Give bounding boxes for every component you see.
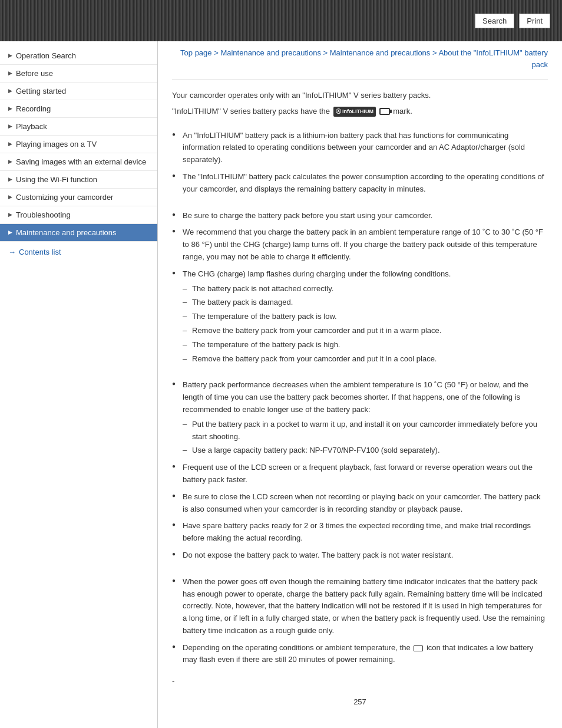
arrow-icon: ▶ [8, 229, 12, 235]
bullet-list-section2: Be sure to charge the battery pack befor… [172, 210, 548, 365]
list-item: Depending on the operating conditions or… [172, 642, 548, 667]
arrow-icon: ▶ [8, 106, 12, 111]
list-item: The temperature of the battery pack is l… [183, 311, 548, 323]
list-item: Have spare battery packs ready for 2 or … [172, 520, 548, 545]
arrow-icon: ▶ [8, 52, 12, 58]
arrow-icon: ▶ [8, 176, 12, 182]
sidebar-item-operation-search[interactable]: ▶ Operation Search [0, 47, 157, 65]
list-item: Remove the battery pack from your camcor… [183, 353, 548, 365]
sidebar-item-troubleshooting[interactable]: ▶ Troubleshooting [0, 206, 157, 224]
list-item: An "InfoLITHIUM" battery pack is a lithi… [172, 130, 548, 166]
list-item: Put the battery pack in a pocket to warm… [183, 419, 548, 443]
contents-list-link[interactable]: → Contents list [0, 242, 157, 262]
breadcrumb-sep3: > [430, 48, 438, 57]
arrow-icon: ▶ [8, 159, 12, 164]
arrow-icon: ▶ [8, 194, 12, 200]
page-number: 257 [172, 697, 548, 706]
list-item: Remove the battery pack from your camcor… [183, 325, 548, 337]
list-item: Be sure to charge the battery pack befor… [172, 210, 548, 222]
sidebar-item-maintenance[interactable]: ▶ Maintenance and precautions [0, 224, 157, 242]
breadcrumb-sep2: > [321, 48, 330, 57]
sidebar-item-saving-images[interactable]: ▶ Saving images with an external device [0, 153, 157, 171]
arrow-icon: ▶ [8, 212, 12, 218]
list-item: Be sure to close the LCD screen when not… [172, 491, 548, 516]
intro-text-2: "InfoLITHIUM" V series battery packs hav… [172, 106, 548, 118]
list-item: Use a large capacity battery pack: NP-FV… [183, 444, 548, 457]
intro-text-1: Your camcorder operates only with an "In… [172, 90, 548, 102]
bullet-list-section1: An "InfoLITHIUM" battery pack is a lithi… [172, 130, 548, 196]
arrow-right-icon: → [8, 248, 16, 256]
sidebar-item-getting-started[interactable]: ▶ Getting started [0, 83, 157, 100]
list-item: The "InfoLITHIUM" battery pack calculate… [172, 171, 548, 196]
list-item: The CHG (charge) lamp flashes during cha… [172, 268, 548, 365]
list-item: Do not expose the battery pack to water.… [172, 549, 548, 562]
arrow-icon: ▶ [8, 88, 12, 94]
page-bottom-dash: - [172, 677, 548, 686]
print-button[interactable]: Print [519, 14, 550, 28]
sidebar-item-playback[interactable]: ▶ Playback [0, 118, 157, 136]
breadcrumb-maintenance1[interactable]: Maintenance and precautions [220, 48, 321, 57]
list-item: Battery pack performance decreases when … [172, 379, 548, 457]
list-item: We recommend that you charge the battery… [172, 226, 548, 263]
sidebar-item-playing-images[interactable]: ▶ Playing images on a TV [0, 136, 157, 153]
battery-icon [379, 108, 390, 115]
section-3: Battery pack performance decreases when … [172, 379, 548, 561]
breadcrumb-about[interactable]: About the "InfoLITHIUM" battery pack [438, 48, 548, 69]
list-item: Frequent use of the LCD screen or a freq… [172, 462, 548, 486]
list-item: When the power goes off even though the … [172, 576, 548, 637]
breadcrumb-maintenance2[interactable]: Maintenance and precautions [330, 48, 431, 57]
section-2: Be sure to charge the battery pack befor… [172, 210, 548, 365]
sidebar-item-customizing[interactable]: ▶ Customizing your camcorder [0, 189, 157, 206]
list-item: The temperature of the battery pack is h… [183, 339, 548, 351]
arrow-icon: ▶ [8, 123, 12, 129]
bullet-list-section3: Battery pack performance decreases when … [172, 379, 548, 561]
divider [172, 80, 548, 80]
page-layout: ▶ Operation Search ▶ Before use ▶ Gettin… [0, 41, 562, 728]
arrow-icon: ▶ [8, 141, 12, 147]
list-item: The battery pack is damaged. [183, 297, 548, 309]
sidebar-item-before-use[interactable]: ▶ Before use [0, 65, 157, 83]
header: Search Print [0, 0, 562, 41]
sidebar-item-recording[interactable]: ▶ Recording [0, 100, 157, 118]
sub-list-section2: The battery pack is not attached correct… [183, 283, 548, 365]
list-item: The battery pack is not attached correct… [183, 283, 548, 295]
breadcrumb: Top page > Maintenance and precautions >… [172, 47, 548, 70]
search-button[interactable]: Search [475, 14, 514, 28]
sidebar-item-wifi[interactable]: ▶ Using the Wi-Fi function [0, 171, 157, 189]
section-1: An "InfoLITHIUM" battery pack is a lithi… [172, 130, 548, 196]
breadcrumb-sep1: > [212, 48, 221, 57]
low-battery-icon [414, 645, 423, 651]
section-4: When the power goes off even though the … [172, 576, 548, 667]
main-content: Top page > Maintenance and precautions >… [158, 41, 562, 728]
infolith-logo: Ⓐ InfoLITHIUM [333, 107, 376, 116]
arrow-icon: ▶ [8, 70, 12, 76]
breadcrumb-top[interactable]: Top page [180, 48, 212, 57]
sidebar: ▶ Operation Search ▶ Before use ▶ Gettin… [0, 41, 158, 728]
bullet-list-section4: When the power goes off even though the … [172, 576, 548, 667]
sub-list-section3: Put the battery pack in a pocket to warm… [183, 419, 548, 457]
